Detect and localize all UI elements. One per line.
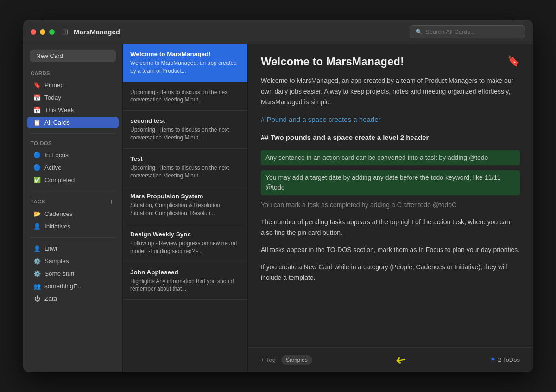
sidebar-item-zata-label: Zata: [44, 295, 57, 302]
bookmark-icon: 🔖: [33, 82, 41, 89]
sidebar-item-completed[interactable]: ✅ Completed: [27, 174, 119, 186]
card-item-mars-propulsion-preview: Situation, Complication & Resolution Sit…: [130, 202, 240, 217]
search-input[interactable]: [425, 28, 519, 35]
sidebar-item-pinned[interactable]: 🔖 Pinned: [27, 79, 119, 91]
sidebar-item-today-label: Today: [44, 94, 61, 101]
detail-p2: All tasks appear in the TO-DOS section, …: [261, 245, 520, 255]
card-item-mars-propulsion[interactable]: Mars Propulsion System Situation, Compli…: [123, 186, 247, 224]
sidebar-item-in-focus-label: In Focus: [44, 152, 69, 158]
todos-flag-icon: ⚑: [490, 356, 496, 363]
new-card-button[interactable]: New Card: [30, 50, 116, 62]
detail-p1: The number of pending tasks appears at t…: [261, 217, 520, 238]
todos-section-label: TO-DOS: [23, 139, 122, 149]
today-icon: 📅: [33, 94, 41, 101]
some-stuff-icon: ⚙️: [33, 270, 41, 277]
detail-footer: + Tag Samples ➜ ⚑ 2 ToDos: [248, 347, 533, 372]
sidebar-item-initiatives-label: Initiatives: [44, 223, 70, 230]
minimize-button[interactable]: [40, 29, 45, 35]
divider-1: [30, 133, 116, 134]
litwi-icon: 👤: [33, 245, 41, 252]
sidebar-item-today[interactable]: 📅 Today: [27, 92, 119, 103]
sidebar: New Card CARDS 🔖 Pinned 📅 Today 📅 This W…: [23, 44, 123, 372]
cadences-icon: 📂: [33, 210, 41, 217]
card-item-design-weekly-title: Design Weekly Sync: [130, 231, 240, 238]
sidebar-item-cadences-label: Cadences: [44, 210, 73, 217]
card-item-test-preview: Upcoming - Items to discuss on the next …: [130, 164, 240, 180]
sidebar-item-some-stuff[interactable]: ⚙️ Some stuff: [27, 268, 119, 279]
search-bar[interactable]: 🔍: [410, 25, 525, 38]
detail-p3: If you create a New Card while in a cate…: [261, 262, 520, 283]
sidebar-item-pinned-label: Pinned: [44, 82, 64, 89]
all-cards-icon: 📋: [33, 119, 41, 126]
card-item-test-title: Test: [130, 155, 240, 162]
card-item-second-test-title: second test: [130, 117, 240, 124]
sidebar-toggle-icon[interactable]: ⊞: [62, 27, 68, 36]
card-item-design-weekly[interactable]: Design Weekly Sync Follow up - Review pr…: [123, 224, 247, 262]
sidebar-item-all-cards-label: All Cards: [44, 119, 70, 126]
initiatives-icon: 👤: [33, 223, 41, 230]
sidebar-item-in-focus[interactable]: 🔵 In Focus: [27, 149, 119, 161]
sidebar-item-active-label: Active: [44, 164, 62, 171]
sidebar-item-cadences[interactable]: 📂 Cadences: [27, 208, 119, 220]
todo-highlight-1: Any sentence in an action card can be co…: [261, 150, 520, 165]
divider-2: [30, 191, 116, 191]
card-item-second-test-preview: Upcoming - Items to discuss on the next …: [130, 126, 240, 142]
card-item-mars-propulsion-title: Mars Propulsion System: [130, 193, 240, 200]
detail-strikethrough: You can mark a task as completed by addi…: [261, 200, 520, 210]
card-item-welcome-preview: Welcome to MarsManaged, an app created b…: [130, 59, 240, 75]
detail-body: Welcome to MarsManaged, an app created b…: [248, 76, 533, 347]
card-item-welcome-title: Welcome to MarsManaged!: [130, 51, 240, 57]
divider-3: [30, 237, 116, 238]
app-window: ⊞ MarsManaged 🔍 New Card CARDS 🔖 Pinned …: [23, 20, 533, 372]
tag-badge-samples[interactable]: Samples: [281, 355, 312, 365]
cards-section-label: CARDS: [23, 69, 122, 79]
sidebar-item-this-week[interactable]: 📅 This Week: [27, 104, 119, 116]
card-item-second-test[interactable]: second test Upcoming - Items to discuss …: [123, 111, 247, 149]
card-item-welcome[interactable]: Welcome to MarsManaged! Welcome to MarsM…: [123, 44, 247, 82]
detail-h1: # Pound and a space creates a header: [261, 114, 520, 126]
detail-intro: Welcome to MarsManaged, an app created b…: [261, 76, 520, 107]
sidebar-item-something-e-label: somethingE...: [44, 283, 83, 290]
add-tag-footer[interactable]: + Tag: [261, 356, 276, 363]
sidebar-item-active[interactable]: 🔵 Active: [27, 162, 119, 173]
in-focus-icon: 🔵: [33, 152, 41, 158]
card-item-john-appleseed-preview: Highlights Any information that you shou…: [130, 278, 240, 293]
sidebar-item-this-week-label: This Week: [44, 107, 74, 114]
close-button[interactable]: [31, 29, 36, 35]
search-icon: 🔍: [416, 29, 423, 35]
todo-highlight-2: You may add a target date by adding any …: [261, 170, 520, 195]
sidebar-item-zata[interactable]: ⏻ Zata: [27, 293, 119, 304]
yellow-arrow-icon: ➜: [394, 351, 407, 368]
todos-count: ⚑ 2 ToDos: [490, 356, 520, 363]
card-item-upcoming[interactable]: Upcoming - Items to discuss on the next …: [123, 82, 247, 111]
something-e-icon: 👥: [33, 283, 41, 290]
add-tag-button[interactable]: ＋: [108, 198, 115, 205]
app-title: MarsManaged: [74, 28, 410, 36]
sidebar-item-completed-label: Completed: [44, 177, 75, 183]
detail-pane: Welcome to MarsManaged! 🔖 Welcome to Mar…: [248, 44, 533, 372]
todos-count-label: 2 ToDos: [498, 356, 520, 363]
sidebar-item-samples[interactable]: ⚙️ Samples: [27, 255, 119, 267]
card-item-john-appleseed[interactable]: John Appleseed Highlights Any informatio…: [123, 262, 247, 300]
pin-icon[interactable]: 🔖: [507, 55, 520, 67]
detail-h2: ## Two pounds and a space create a level…: [261, 132, 520, 144]
sidebar-item-all-cards[interactable]: 📋 All Cards: [27, 117, 119, 128]
completed-icon: ✅: [33, 177, 41, 183]
sidebar-item-some-stuff-label: Some stuff: [44, 270, 74, 277]
sidebar-item-initiatives[interactable]: 👤 Initiatives: [27, 221, 119, 232]
card-item-test[interactable]: Test Upcoming - Items to discuss on the …: [123, 149, 247, 187]
samples-icon: ⚙️: [33, 258, 41, 265]
title-bar: ⊞ MarsManaged 🔍: [23, 20, 533, 44]
sidebar-item-samples-label: Samples: [44, 258, 69, 265]
maximize-button[interactable]: [49, 29, 55, 35]
tags-header: TAGS ＋: [23, 196, 122, 208]
card-item-upcoming-preview: Upcoming - Items to discuss on the next …: [130, 89, 240, 104]
sidebar-item-something-e[interactable]: 👥 somethingE...: [27, 280, 119, 292]
card-list: Welcome to MarsManaged! Welcome to MarsM…: [123, 44, 248, 372]
sidebar-item-litwi[interactable]: 👤 Litwi: [27, 243, 119, 254]
card-item-john-appleseed-title: John Appleseed: [130, 269, 240, 276]
arrow-annotation: ➜: [318, 352, 485, 367]
detail-header: Welcome to MarsManaged! 🔖: [248, 44, 533, 76]
zata-icon: ⏻: [33, 295, 41, 302]
main-content: New Card CARDS 🔖 Pinned 📅 Today 📅 This W…: [23, 44, 533, 372]
